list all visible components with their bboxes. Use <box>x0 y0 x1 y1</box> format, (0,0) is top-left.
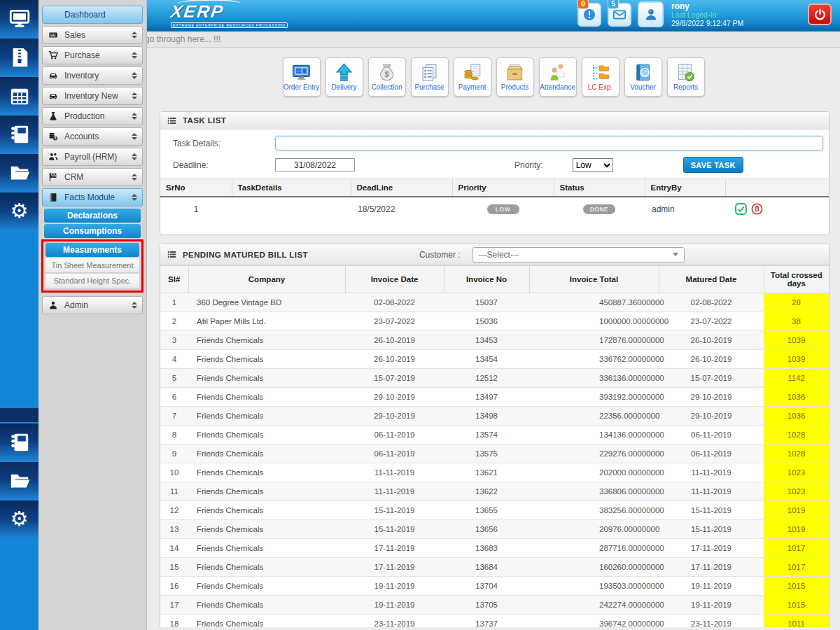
icon-rail: ⚙ ⚙ <box>0 0 38 630</box>
toolbar-button-delivery[interactable]: Delivery <box>326 57 363 97</box>
sidebar-item-admin[interactable]: Admin <box>42 296 143 314</box>
book-icon <box>48 192 58 203</box>
sidebar-item-measurements[interactable]: Measurements <box>46 243 139 257</box>
monitor-rail-button[interactable] <box>0 0 38 37</box>
bill-company: Friends Chemicals <box>188 615 345 628</box>
toolbar-button-label: Collection <box>372 83 402 91</box>
task-entryby: admin <box>645 197 725 220</box>
bill-matured-date: 29-10-2019 <box>659 407 764 426</box>
logo-subtitle: EXTREME ENTERPRISE RESOURCES PROCESSING <box>171 22 288 28</box>
expand-arrows-icon <box>132 133 137 140</box>
gear-icon: ⚙ <box>10 509 29 529</box>
task-list-header: TASK LIST <box>160 112 829 130</box>
task-details-input[interactable] <box>275 136 823 150</box>
sidebar-item-tin-sheet-measurement[interactable]: Tin Sheet Measurement <box>46 258 139 273</box>
bill-row: 2Afil Paper Mills Ltd.23-07-202215036100… <box>160 312 829 331</box>
folder-icon <box>9 470 30 491</box>
sidebar-item-facts-module[interactable]: Facts Module <box>42 188 143 206</box>
toolbar-button-voucher[interactable]: @Voucher <box>624 57 662 97</box>
sidebar-item-inventory-new[interactable]: Inventory New <box>42 87 143 105</box>
notebook-rail-button[interactable] <box>0 115 38 153</box>
page: ⚙ ⚙ DashboardSalesPurchaseInventoryInven… <box>0 0 840 630</box>
folder-rail-button[interactable] <box>0 154 38 191</box>
bill-sl: 15 <box>160 558 188 577</box>
bill-matured-date: 02-08-2022 <box>659 293 764 312</box>
bill-invoice-total: 242274.00000000 <box>529 596 659 615</box>
calendar-rail-button[interactable] <box>0 77 38 114</box>
toolbar-button-reports[interactable]: Reports <box>667 57 705 97</box>
bill-company: Friends Chemicals <box>188 407 345 426</box>
toolbar-button-payment[interactable]: Payment <box>454 57 491 97</box>
header: XERP EXTREME ENTERPRISE RESOURCES PROCES… <box>147 0 840 31</box>
bill-crossed-days: 1028 <box>764 426 829 444</box>
toolbar-button-attendance[interactable]: Attendance <box>539 57 577 97</box>
priority-select[interactable]: Low <box>573 158 613 172</box>
alert-icon <box>582 8 596 22</box>
sidebar-item-declarations[interactable]: Declarations <box>44 209 141 223</box>
bill-row: 4Friends Chemicals26-10-201913454336762.… <box>160 350 829 369</box>
app-logo[interactable]: XERP EXTREME ENTERPRISE RESOURCES PROCES… <box>171 1 288 28</box>
expand-arrows-icon <box>132 72 137 79</box>
sidebar-item-inventory[interactable]: Inventory <box>42 66 143 85</box>
sidebar-item-crm[interactable]: CRM <box>42 168 143 186</box>
save-task-button[interactable]: SAVE TASK <box>683 157 743 173</box>
toolbar-button-purchase[interactable]: Purchase <box>411 57 449 97</box>
toolbar-button-lc-exp[interactable]: LC Exp. <box>582 57 620 97</box>
customer-select-value: ---Select--- <box>479 250 519 260</box>
bill-invoice-no: 13655 <box>444 501 529 520</box>
toolbar-button-label: Products <box>501 83 528 91</box>
bill-matured-date: 15-07-2019 <box>659 369 764 388</box>
delete-task-icon[interactable] <box>751 203 763 215</box>
sidebar-item-production[interactable]: Production <box>42 107 143 125</box>
bill-company: Friends Chemicals <box>188 577 345 596</box>
messages-button[interactable]: 5 <box>608 3 631 27</box>
sidebar-item-standard-height-spec[interactable]: Standard Height Spec. <box>46 274 139 288</box>
bill-invoice-total: 1000000.00000000 <box>529 312 659 331</box>
gear-rail-button[interactable]: ⚙ <box>0 500 38 538</box>
column-header: Invoice Total <box>529 266 659 293</box>
folder-rail-button[interactable] <box>0 462 38 499</box>
sidebar-item-accounts[interactable]: $Accounts <box>42 127 143 146</box>
sidebar-item-label: Facts Module <box>64 192 115 202</box>
bill-crossed-days: 1023 <box>764 482 829 501</box>
bill-row: 3Friends Chemicals26-10-201913453172876.… <box>160 331 829 350</box>
sidebar-item-consumptions[interactable]: Consumptions <box>44 224 141 238</box>
user-avatar[interactable] <box>638 1 664 27</box>
logout-button[interactable] <box>808 4 832 25</box>
sidebar-item-payroll-hrm[interactable]: Payroll (HRM) <box>42 148 143 166</box>
svg-text:@: @ <box>641 69 648 76</box>
bill-invoice-no: 15037 <box>444 293 529 312</box>
bill-crossed-days: 1011 <box>764 615 829 628</box>
list-icon <box>167 250 176 259</box>
toolbar-button-products[interactable]: Products <box>496 57 534 97</box>
sidebar-item-dashboard[interactable]: Dashboard <box>42 6 143 24</box>
user-info: rony Last Loged-In: 29/8/2022 9:12:47 PM <box>671 2 769 27</box>
sidebar-item-purchase[interactable]: Purchase <box>42 46 143 64</box>
monitor-icon <box>9 8 30 29</box>
notebook-rail-button[interactable] <box>0 424 38 461</box>
bill-sl: 4 <box>160 350 188 369</box>
zip-document-rail-button[interactable] <box>0 38 38 76</box>
deadline-input[interactable] <box>275 158 355 172</box>
header-right: 0 5 rony Last Loged-In: 29/8/2022 9:12:4… <box>578 1 832 27</box>
bill-sl: 13 <box>160 520 188 539</box>
bill-invoice-no: 13704 <box>444 577 529 596</box>
bill-row: 9Friends Chemicals06-11-201913575229276.… <box>160 444 829 463</box>
bill-company: Friends Chemicals <box>188 558 345 577</box>
column-header: Sl# <box>160 266 188 293</box>
column-header: DeadLine <box>351 179 452 197</box>
bill-company: Friends Chemicals <box>188 501 345 520</box>
gear-rail-button[interactable]: ⚙ <box>0 192 38 230</box>
bill-matured-date: 15-11-2019 <box>659 520 764 539</box>
toolbar-button-order-entry[interactable]: Order Entry <box>283 57 321 97</box>
marquee-text: go through here... !!! <box>147 31 840 48</box>
bill-crossed-days: 38 <box>764 312 829 331</box>
bill-company: Friends Chemicals <box>188 426 345 444</box>
sidebar-item-label: Inventory New <box>64 91 118 101</box>
notification-button[interactable]: 0 <box>578 3 601 27</box>
sidebar-item-sales[interactable]: Sales <box>42 26 143 44</box>
order-entry-icon <box>292 63 311 82</box>
complete-task-icon[interactable] <box>735 203 747 215</box>
toolbar-button-collection[interactable]: $Collection <box>368 57 406 97</box>
customer-select[interactable]: ---Select--- <box>472 247 685 262</box>
